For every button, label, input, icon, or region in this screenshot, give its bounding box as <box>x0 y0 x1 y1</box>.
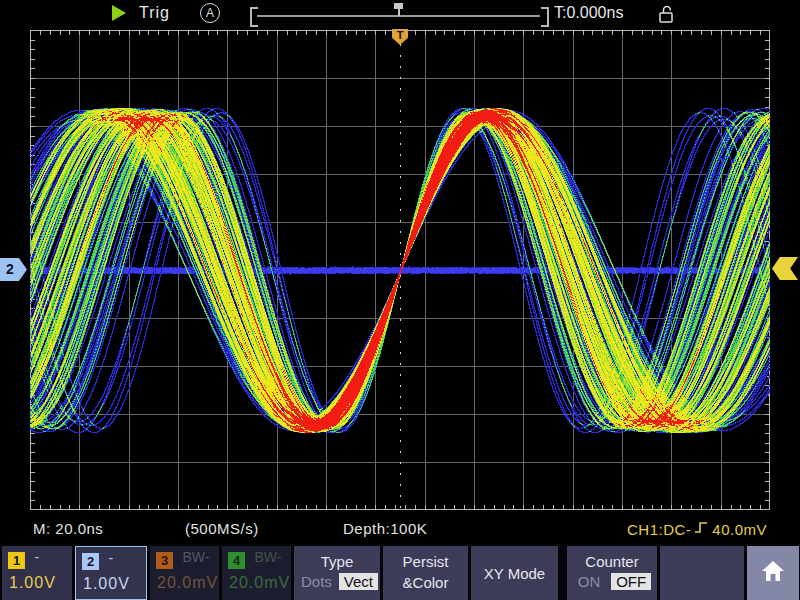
menu-counter-button[interactable]: Counter ON OFF <box>567 546 657 600</box>
channel-2-scale: 1.00V <box>83 575 130 593</box>
run-state-play-icon <box>112 5 126 21</box>
trig-status-label: Trig <box>139 4 170 22</box>
channel-4-coupling: BW- <box>254 549 281 565</box>
channel-panel-4[interactable]: 4 BW- 20.0mV <box>222 546 291 600</box>
trigger-readout: CH1:DC- 40.0mV <box>627 520 767 538</box>
channel-4-badge: 4 <box>228 552 245 569</box>
trigger-time-offset: T:0.000ns <box>554 4 623 22</box>
type-option-dots[interactable]: Dots <box>296 573 337 590</box>
channel-panel-3[interactable]: 3 BW- 20.0mV <box>150 546 219 600</box>
waveform-display <box>30 28 770 510</box>
unlock-icon[interactable] <box>657 3 675 29</box>
persist-label-line1: Persist <box>383 553 468 570</box>
memory-bar-right-bracket <box>541 7 549 27</box>
trigger-source-coupling: CH1:DC- <box>627 521 691 538</box>
top-status-bar: Trig A T:0.000ns <box>0 0 800 28</box>
ch2-zero-level-marker[interactable]: 2 <box>0 258 27 281</box>
home-button[interactable] <box>747 546 799 600</box>
menu-blank-panel <box>660 546 744 600</box>
xy-mode-label: XY Mode <box>471 546 558 600</box>
trigger-level-readout: 40.0mV <box>712 521 767 538</box>
channel-2-coupling: - <box>108 550 113 566</box>
counter-option-off[interactable]: OFF <box>611 573 651 590</box>
trigger-level-marker[interactable] <box>772 257 798 280</box>
auto-trigger-mode-icon: A <box>200 3 220 23</box>
persist-label-line2: &Color <box>383 574 468 591</box>
counter-title: Counter <box>567 553 657 570</box>
channel-3-coupling: BW- <box>182 549 209 565</box>
channel-2-badge: 2 <box>82 553 99 570</box>
menu-type-title: Type <box>294 553 380 570</box>
rising-edge-icon <box>694 520 709 538</box>
menu-xy-mode-button[interactable]: XY Mode <box>471 546 558 600</box>
type-option-vect[interactable]: Vect <box>339 573 378 590</box>
menu-type-button[interactable]: Type Dots Vect <box>294 546 380 600</box>
channel-1-scale: 1.00V <box>9 574 56 592</box>
sample-rate-readout: (500MS/s) <box>185 520 259 537</box>
counter-option-on[interactable]: ON <box>573 573 606 590</box>
channel-1-coupling: - <box>34 549 39 565</box>
timebase-readout: M: 20.0ns <box>33 520 103 537</box>
channel-4-scale: 20.0mV <box>229 574 290 592</box>
memory-bar-left-bracket <box>250 7 258 27</box>
channel-3-scale: 20.0mV <box>157 574 218 592</box>
channel-3-badge: 3 <box>156 552 173 569</box>
home-icon <box>759 558 787 588</box>
channel-1-badge: 1 <box>8 552 25 569</box>
channel-panel-2[interactable]: 2 - 1.00V <box>75 546 147 600</box>
depth-readout: Depth:100K <box>343 520 427 537</box>
memory-window-marker-stem <box>398 9 400 16</box>
channel-panel-1[interactable]: 1 - 1.00V <box>2 546 72 600</box>
menu-persist-color-button[interactable]: Persist &Color <box>383 546 468 600</box>
